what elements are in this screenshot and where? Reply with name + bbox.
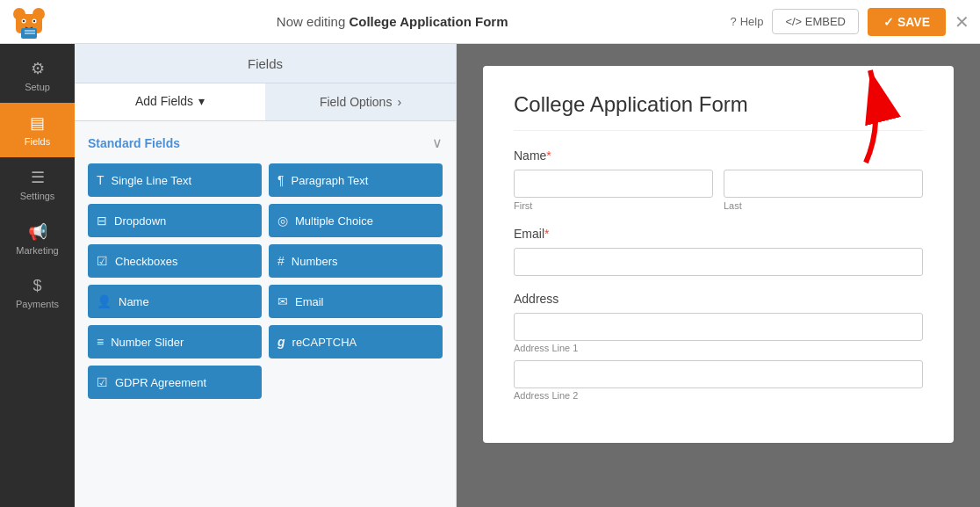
- svg-point-6: [33, 19, 35, 21]
- payments-icon: $: [32, 277, 41, 295]
- numbers-icon: #: [277, 254, 285, 268]
- email-input[interactable]: [514, 248, 923, 276]
- gear-icon: ⚙: [31, 59, 45, 78]
- field-btn-numbers[interactable]: # Numbers: [269, 244, 443, 278]
- tab-add-fields[interactable]: Add Fields ▾: [75, 83, 265, 120]
- field-btn-number-slider[interactable]: ≡ Number Slider: [88, 325, 262, 359]
- chevron-right-icon: ›: [397, 95, 401, 109]
- field-btn-dropdown[interactable]: ⊟ Dropdown: [88, 204, 262, 237]
- editing-title: Now editing College Application Form: [54, 14, 730, 29]
- fields-tabs: Add Fields ▾ Field Options ›: [75, 83, 456, 121]
- svg-point-5: [23, 19, 25, 21]
- tab-field-options[interactable]: Field Options ›: [265, 83, 456, 120]
- email-required-asterisk: *: [544, 227, 549, 241]
- sidebar-item-setup[interactable]: ⚙ Setup: [0, 48, 75, 103]
- field-btn-checkboxes[interactable]: ☑ Checkboxes: [88, 244, 262, 278]
- address-line2-input[interactable]: [514, 360, 923, 388]
- help-icon: ?: [730, 15, 736, 28]
- gdpr-icon: ☑: [97, 375, 108, 389]
- field-btn-email[interactable]: ✉ Email: [269, 285, 443, 318]
- name-subfields: First Last: [514, 170, 923, 211]
- sidebar-item-marketing[interactable]: 📢 Marketing: [0, 212, 75, 266]
- chevron-down-icon: ▾: [198, 94, 205, 108]
- multiple-choice-icon: ◎: [277, 214, 288, 228]
- main-layout: ⚙ Setup ▤ Fields ☰ Settings 📢 Marketing …: [0, 44, 980, 507]
- field-btn-single-line-text[interactable]: T Single Line Text: [88, 163, 262, 197]
- last-name-input[interactable]: [724, 170, 923, 198]
- fields-panel-header: Fields: [75, 44, 456, 83]
- standard-fields-header: Standard Fields ∨: [88, 134, 443, 151]
- fields-panel: Fields Add Fields ▾ Field Options › Stan…: [75, 44, 457, 507]
- left-sidebar: ⚙ Setup ▤ Fields ☰ Settings 📢 Marketing …: [0, 44, 75, 507]
- sidebar-item-fields[interactable]: ▤ Fields: [0, 103, 75, 157]
- email-label: Email*: [514, 227, 923, 241]
- text-icon: T: [97, 173, 104, 187]
- fields-icon: ▤: [30, 113, 45, 133]
- fields-grid: T Single Line Text ¶ Paragraph Text ⊟ Dr…: [88, 163, 443, 399]
- form-field-name: Name* First Last: [514, 148, 923, 211]
- address-subfields: Address Line 1 Address Line 2: [514, 313, 923, 401]
- last-sublabel: Last: [724, 200, 923, 211]
- email-icon: ✉: [277, 294, 288, 308]
- dropdown-icon: ⊟: [97, 214, 107, 228]
- slider-icon: ≡: [97, 335, 104, 349]
- last-name-wrap: Last: [724, 170, 923, 211]
- embed-button[interactable]: </> EMBED: [772, 9, 859, 34]
- sidebar-item-settings[interactable]: ☰ Settings: [0, 157, 75, 212]
- top-bar-actions: ? Help </> EMBED ✓ SAVE ✕: [730, 8, 969, 36]
- field-btn-paragraph-text[interactable]: ¶ Paragraph Text: [269, 163, 443, 197]
- section-toggle-icon[interactable]: ∨: [432, 134, 443, 151]
- form-title: College Application Form: [514, 92, 923, 131]
- required-asterisk: *: [546, 148, 551, 163]
- name-icon: 👤: [97, 294, 112, 308]
- help-button[interactable]: ? Help: [730, 15, 763, 28]
- form-preview-area: College Application Form Name* First Las…: [457, 44, 980, 507]
- checkbox-icon: ☑: [97, 254, 108, 268]
- first-sublabel: First: [514, 200, 713, 211]
- form-field-email: Email*: [514, 227, 923, 276]
- standard-fields-title: Standard Fields: [88, 136, 180, 150]
- field-btn-name[interactable]: 👤 Name: [88, 285, 262, 318]
- top-bar: Now editing College Application Form ? H…: [0, 0, 980, 44]
- address-line1-sublabel: Address Line 1: [514, 343, 923, 353]
- save-button[interactable]: ✓ SAVE: [868, 8, 946, 36]
- name-label: Name*: [514, 148, 923, 163]
- fields-content: Standard Fields ∨ T Single Line Text ¶ P…: [75, 121, 456, 412]
- address-line1-input[interactable]: [514, 313, 923, 341]
- paragraph-icon: ¶: [277, 173, 285, 187]
- field-btn-gdpr[interactable]: ☑ GDPR Agreement: [88, 366, 262, 399]
- address-line1-wrap: Address Line 1: [514, 313, 923, 353]
- field-btn-recaptcha[interactable]: g reCAPTCHA: [269, 325, 443, 359]
- sidebar-item-payments[interactable]: $ Payments: [0, 266, 75, 320]
- first-name-input[interactable]: [514, 170, 713, 198]
- field-btn-multiple-choice[interactable]: ◎ Multiple Choice: [269, 204, 443, 237]
- address-label: Address: [514, 292, 923, 306]
- address-line2-sublabel: Address Line 2: [514, 390, 923, 401]
- close-button[interactable]: ✕: [955, 13, 969, 31]
- form-field-address: Address Address Line 1 Address Line 2: [514, 292, 923, 401]
- first-name-wrap: First: [514, 170, 713, 211]
- settings-icon: ☰: [31, 168, 45, 187]
- form-card: College Application Form Name* First Las…: [483, 66, 954, 443]
- logo-icon: [11, 5, 47, 39]
- address-line2-wrap: Address Line 2: [514, 360, 923, 401]
- marketing-icon: 📢: [28, 222, 47, 242]
- recaptcha-icon: g: [277, 335, 285, 349]
- logo: [11, 4, 54, 40]
